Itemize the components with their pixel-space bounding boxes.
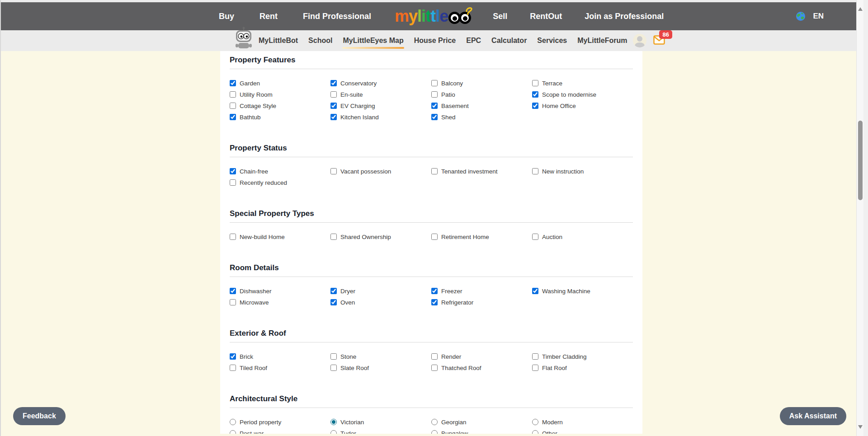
cottage-style-checkbox[interactable] bbox=[230, 103, 236, 109]
option-new-build-home[interactable]: New-build Home bbox=[230, 233, 330, 241]
language-selector[interactable]: EN bbox=[796, 11, 824, 21]
scroll-up-arrow-icon[interactable] bbox=[858, 7, 863, 11]
washing-machine-checkbox[interactable] bbox=[532, 288, 538, 294]
option-refrigerator[interactable]: Refrigerator bbox=[431, 298, 532, 306]
post-war-radio[interactable] bbox=[230, 430, 236, 434]
dishwasher-checkbox[interactable] bbox=[230, 288, 236, 294]
option-period-property[interactable]: Period property bbox=[230, 418, 330, 426]
option-patio[interactable]: Patio bbox=[431, 90, 532, 98]
subnav-item-epc[interactable]: EPC bbox=[466, 37, 481, 45]
option-chain-free[interactable]: Chain-free bbox=[230, 167, 330, 175]
subnav-item-mylittleeyes-map[interactable]: MyLittleEyes Map bbox=[343, 37, 403, 45]
thatched-roof-checkbox[interactable] bbox=[431, 365, 438, 371]
option-kitchen-island[interactable]: Kitchen Island bbox=[330, 113, 431, 121]
option-vacant-possession[interactable]: Vacant possession bbox=[330, 167, 431, 175]
option-balcony[interactable]: Balcony bbox=[431, 79, 532, 87]
user-avatar[interactable] bbox=[633, 34, 646, 47]
option-basement[interactable]: Basement bbox=[431, 102, 532, 110]
vacant-possession-checkbox[interactable] bbox=[330, 168, 337, 174]
refrigerator-checkbox[interactable] bbox=[431, 299, 438, 305]
microwave-checkbox[interactable] bbox=[230, 299, 236, 305]
nav-item-rentout[interactable]: RentOut bbox=[530, 12, 562, 21]
option-shed[interactable]: Shed bbox=[431, 113, 532, 121]
tiled-roof-checkbox[interactable] bbox=[230, 365, 236, 371]
kitchen-island-checkbox[interactable] bbox=[330, 114, 337, 120]
tudor-radio[interactable] bbox=[330, 430, 337, 434]
option-retirement-home[interactable]: Retirement Home bbox=[431, 233, 532, 241]
option-recently-reduced[interactable]: Recently reduced bbox=[230, 178, 330, 187]
option-new-instruction[interactable]: New instruction bbox=[532, 167, 633, 175]
auction-checkbox[interactable] bbox=[532, 234, 538, 240]
shed-checkbox[interactable] bbox=[431, 114, 438, 120]
option-washing-machine[interactable]: Washing Machine bbox=[532, 287, 633, 295]
nav-item-buy[interactable]: Buy bbox=[219, 12, 234, 21]
tenanted-investment-checkbox[interactable] bbox=[431, 168, 438, 174]
subnav-item-school[interactable]: School bbox=[308, 37, 332, 45]
nav-item-rent[interactable]: Rent bbox=[259, 12, 278, 21]
scrollbar-thumb[interactable] bbox=[858, 121, 863, 200]
option-modern[interactable]: Modern bbox=[532, 418, 633, 426]
nav-item-find-professional[interactable]: Find Professional bbox=[303, 12, 371, 21]
page-scrollbar[interactable] bbox=[856, 0, 863, 436]
garden-checkbox[interactable] bbox=[230, 80, 236, 86]
slate-roof-checkbox[interactable] bbox=[330, 365, 337, 371]
georgian-radio[interactable] bbox=[431, 419, 438, 425]
option-home-office[interactable]: Home Office bbox=[532, 102, 633, 110]
option-bathtub[interactable]: Bathtub bbox=[230, 113, 330, 121]
option-post-war[interactable]: Post-war bbox=[230, 429, 330, 434]
option-garden[interactable]: Garden bbox=[230, 79, 330, 87]
nav-item-sell[interactable]: Sell bbox=[493, 12, 507, 21]
option-auction[interactable]: Auction bbox=[532, 233, 633, 241]
site-logo[interactable]: mylittle bbox=[395, 6, 471, 27]
freezer-checkbox[interactable] bbox=[431, 288, 438, 294]
chain-free-checkbox[interactable] bbox=[230, 168, 236, 174]
subnav-item-house-price[interactable]: House Price bbox=[414, 37, 456, 45]
patio-checkbox[interactable] bbox=[431, 91, 438, 98]
language-label[interactable]: EN bbox=[813, 12, 824, 21]
modern-radio[interactable] bbox=[532, 419, 538, 425]
period-property-radio[interactable] bbox=[230, 419, 236, 425]
option-slate-roof[interactable]: Slate Roof bbox=[330, 364, 431, 372]
subnav-item-services[interactable]: Services bbox=[537, 37, 567, 45]
messages-button[interactable]: 86 bbox=[653, 35, 665, 47]
option-tiled-roof[interactable]: Tiled Roof bbox=[230, 364, 330, 372]
option-microwave[interactable]: Microwave bbox=[230, 298, 330, 306]
scroll-down-arrow-icon[interactable] bbox=[858, 425, 863, 429]
option-bungalow[interactable]: Bungalow bbox=[431, 429, 532, 434]
option-stone[interactable]: Stone bbox=[330, 352, 431, 361]
recently-reduced-checkbox[interactable] bbox=[230, 179, 236, 186]
option-render[interactable]: Render bbox=[431, 352, 532, 361]
render-checkbox[interactable] bbox=[431, 353, 438, 360]
nav-item-join-as-professional[interactable]: Join as Professional bbox=[585, 12, 664, 21]
subnav-item-calculator[interactable]: Calculator bbox=[491, 37, 527, 45]
utility-room-checkbox[interactable] bbox=[230, 91, 236, 98]
conservatory-checkbox[interactable] bbox=[330, 80, 337, 86]
option-oven[interactable]: Oven bbox=[330, 298, 431, 306]
option-terrace[interactable]: Terrace bbox=[532, 79, 633, 87]
bathtub-checkbox[interactable] bbox=[230, 114, 236, 120]
new-instruction-checkbox[interactable] bbox=[532, 168, 538, 174]
victorian-radio[interactable] bbox=[330, 419, 337, 425]
option-dryer[interactable]: Dryer bbox=[330, 287, 431, 295]
option-timber-cladding[interactable]: Timber Cladding bbox=[532, 352, 633, 361]
option-ev-charging[interactable]: EV Charging bbox=[330, 102, 431, 110]
option-shared-ownership[interactable]: Shared Ownership bbox=[330, 233, 431, 241]
retirement-home-checkbox[interactable] bbox=[431, 234, 438, 240]
bungalow-radio[interactable] bbox=[431, 430, 438, 434]
new-build-home-checkbox[interactable] bbox=[230, 234, 236, 240]
option-georgian[interactable]: Georgian bbox=[431, 418, 532, 426]
timber-cladding-checkbox[interactable] bbox=[532, 353, 538, 360]
basement-checkbox[interactable] bbox=[431, 103, 438, 109]
option-thatched-roof[interactable]: Thatched Roof bbox=[431, 364, 532, 372]
option-scope-to-modernise[interactable]: Scope to modernise bbox=[532, 90, 633, 98]
option-brick[interactable]: Brick bbox=[230, 352, 330, 361]
home-office-checkbox[interactable] bbox=[532, 103, 538, 109]
dryer-checkbox[interactable] bbox=[330, 288, 337, 294]
ask-assistant-button[interactable]: Ask Assistant bbox=[780, 407, 846, 425]
other-radio[interactable] bbox=[532, 430, 538, 434]
stone-checkbox[interactable] bbox=[330, 353, 337, 360]
option-freezer[interactable]: Freezer bbox=[431, 287, 532, 295]
scope-to-modernise-checkbox[interactable] bbox=[532, 91, 538, 98]
option-victorian[interactable]: Victorian bbox=[330, 418, 431, 426]
ev-charging-checkbox[interactable] bbox=[330, 103, 337, 109]
